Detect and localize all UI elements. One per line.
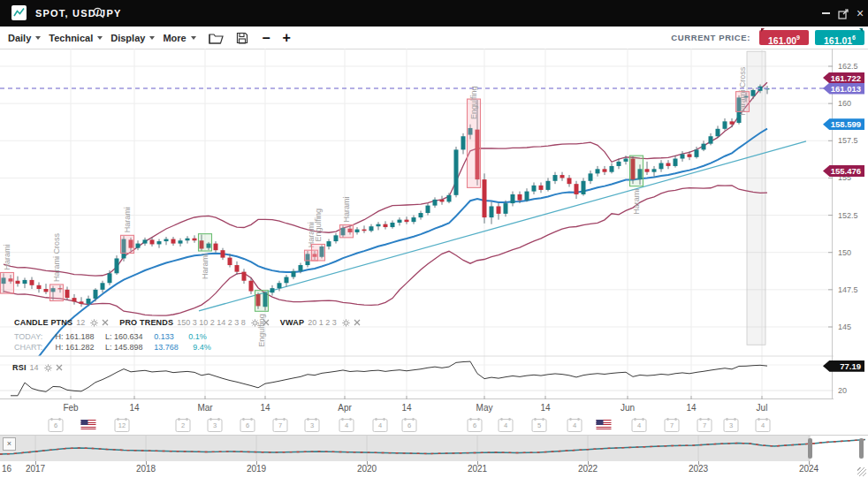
candle <box>23 280 27 284</box>
time-axis[interactable]: Feb14Mar14Apr14May14Jun14Jul <box>0 399 868 415</box>
pattern-box[interactable] <box>121 235 134 253</box>
candle <box>235 265 240 272</box>
calendar-event-icon[interactable]: 4 <box>373 419 388 432</box>
chevron-down-icon <box>97 36 103 40</box>
pattern-box[interactable] <box>199 234 212 251</box>
candle <box>624 159 628 162</box>
calendar-event-icon[interactable]: 6 <box>240 419 255 432</box>
candle <box>709 136 713 143</box>
candle <box>171 239 176 244</box>
minimize-button[interactable] <box>818 0 834 27</box>
gear-icon[interactable] <box>342 319 350 327</box>
candle <box>80 301 84 304</box>
candle <box>228 258 232 265</box>
minimap-right-handle[interactable] <box>859 438 864 459</box>
candle-ptns-label: CANDLE PTNS <box>14 318 72 327</box>
pattern-label: Engulfing <box>314 209 323 242</box>
close-icon[interactable]: × <box>851 0 868 27</box>
calendar-event-icon[interactable]: 12 <box>115 419 130 432</box>
candle <box>242 272 247 281</box>
chart-change: 13.768 <box>154 343 179 352</box>
year-label: 16 <box>2 464 11 474</box>
timeline-minimap[interactable]: × <box>0 435 868 462</box>
remove-indicator-icon[interactable] <box>56 364 63 371</box>
pattern-box[interactable] <box>255 291 269 312</box>
calendar-event-icon[interactable]: 6 <box>468 419 483 432</box>
calendar-event-icon[interactable]: 4 <box>499 419 514 432</box>
candle <box>278 283 282 288</box>
dropdown-daily[interactable]: Daily <box>8 33 41 43</box>
zoom-out-button[interactable]: – <box>263 30 270 46</box>
candle <box>575 184 579 194</box>
us-flag-icon[interactable] <box>597 420 612 429</box>
remove-indicator-icon[interactable] <box>102 319 109 326</box>
year-label: 2019 <box>247 464 266 474</box>
bb-lower-badge: 155.476 <box>823 165 864 177</box>
calendar-event-icon[interactable]: 3 <box>208 419 223 432</box>
resize-grip[interactable] <box>857 467 866 476</box>
candle <box>115 258 119 273</box>
dropdown-more[interactable]: More <box>163 33 195 43</box>
calendar-event-icon[interactable]: 3 <box>724 419 739 432</box>
ma-badge: 158.599 <box>823 118 864 130</box>
candle <box>695 149 699 156</box>
gear-icon[interactable] <box>251 319 259 327</box>
calendar-event-icon[interactable]: 4 <box>567 419 582 432</box>
gear-icon[interactable] <box>44 364 52 372</box>
candle <box>546 181 551 190</box>
candle <box>65 290 70 298</box>
candle <box>221 250 225 257</box>
pattern-box[interactable] <box>312 244 325 261</box>
dropdown-technical[interactable]: Technical <box>49 33 103 43</box>
year-axis: 1620172018201920202021202220232024 <box>0 461 868 478</box>
calendar-event-icon[interactable]: 6 <box>402 419 417 432</box>
zoom-in-button[interactable]: + <box>283 30 291 46</box>
minimap-canvas[interactable] <box>0 436 868 462</box>
time-tick-label: 14 <box>686 403 696 413</box>
calendar-event-icon[interactable]: 4 <box>632 419 647 432</box>
candle <box>525 192 529 201</box>
calendar-event-icon[interactable]: 6 <box>49 419 64 432</box>
bollinger-lower-line <box>4 186 767 315</box>
pattern-box[interactable] <box>340 225 354 238</box>
app-logo-chart-icon <box>11 5 27 20</box>
open-layout-button[interactable] <box>209 32 224 44</box>
current-price-group: CURRENT PRICE: 161.009 161.016 <box>671 27 868 49</box>
save-button[interactable] <box>236 32 248 44</box>
gear-icon[interactable] <box>90 319 98 327</box>
pattern-box[interactable] <box>630 156 643 186</box>
calendar-event-icon[interactable]: 4 <box>339 419 354 432</box>
popout-button[interactable] <box>834 0 852 27</box>
pattern-box[interactable] <box>1 272 14 293</box>
time-tick-label: 14 <box>540 403 550 413</box>
candle <box>16 281 20 284</box>
candle <box>645 169 650 171</box>
calendar-event-icon[interactable]: 7 <box>665 419 680 432</box>
calendar-event-icon[interactable]: 3 <box>305 419 320 432</box>
remove-indicator-icon[interactable] <box>354 319 361 326</box>
price-tick-label: 160 <box>838 99 851 108</box>
calendar-event-icon[interactable]: 2 <box>176 419 191 432</box>
price-tick-label: 152.5 <box>838 211 858 220</box>
indicator-legend-row: CANDLE PTNS 12 PRO TRENDS 150 3 10 2 14 … <box>14 318 362 327</box>
candle <box>249 281 254 292</box>
pattern-box[interactable] <box>50 285 64 301</box>
search-icon[interactable] <box>92 6 105 23</box>
candle <box>419 213 423 217</box>
us-flag-icon[interactable] <box>81 420 96 429</box>
calendar-event-icon[interactable]: 7 <box>273 419 288 432</box>
calendar-event-icon[interactable]: 4 <box>756 419 771 432</box>
calendar-event-icon[interactable]: 7 <box>697 419 712 432</box>
remove-indicator-icon[interactable] <box>263 319 270 326</box>
minimap-left-handle[interactable] <box>808 438 812 459</box>
candle <box>490 206 494 217</box>
candle <box>440 200 445 202</box>
dropdown-display[interactable]: Display <box>110 33 155 43</box>
candle <box>723 121 727 128</box>
candle <box>44 289 49 292</box>
trading-app-window: SPOT, USD/JPY × DailyTechnicalDisplayMor… <box>0 0 868 478</box>
price-tick-label: 162.5 <box>838 62 858 71</box>
candle <box>702 144 706 150</box>
calendar-event-icon[interactable]: 5 <box>532 419 547 432</box>
minimap-close-button[interactable]: × <box>3 437 16 451</box>
